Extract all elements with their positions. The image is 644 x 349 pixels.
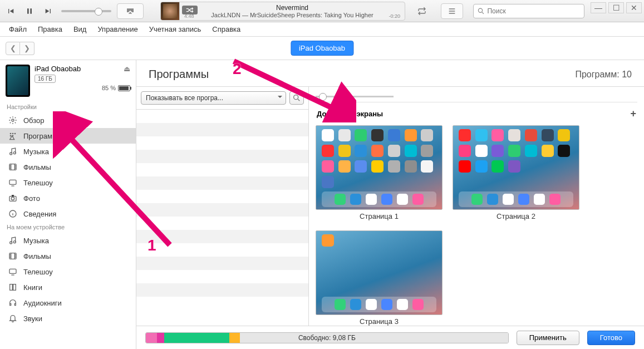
app-row	[136, 176, 308, 190]
screen-label: Страница 2	[453, 212, 579, 220]
menu-view[interactable]: Вид	[69, 24, 91, 35]
eject-button[interactable]: ⏏	[124, 65, 130, 73]
volume-slider[interactable]	[61, 10, 111, 12]
svg-point-2	[10, 133, 12, 135]
sidebar-item-телешоу[interactable]: Телешоу	[0, 175, 136, 190]
app-icon	[459, 160, 471, 173]
app-icon	[525, 145, 537, 157]
zoom-slider[interactable]	[316, 96, 394, 97]
search-icon	[292, 94, 301, 102]
home-screen-1[interactable]: Страница 1	[316, 125, 443, 220]
dock-app-icon	[366, 299, 377, 310]
dock-app-icon	[366, 194, 377, 205]
track-title: Nevermind	[180, 4, 405, 12]
menu-help[interactable]: Справка	[208, 24, 245, 35]
sidebar-item-фото[interactable]: Фото	[0, 190, 136, 206]
nav-forward[interactable]: ❯	[20, 42, 35, 55]
player-bar: Nevermind JackLNDN — MrSuicideSheep Pres…	[0, 0, 644, 22]
next-button[interactable]	[41, 4, 56, 18]
dock-app-icon	[471, 194, 483, 205]
apps-search-button[interactable]	[289, 91, 304, 105]
svg-point-7	[10, 153, 12, 155]
apply-button[interactable]: Применить	[517, 331, 579, 345]
tv-icon	[8, 178, 18, 188]
note-icon	[8, 235, 18, 245]
home-screen-2[interactable]: Страница 2	[453, 125, 579, 220]
sidebar-item-фильмы[interactable]: Фильмы	[0, 248, 136, 264]
sidebar-item-музыка[interactable]: Музыка	[0, 144, 136, 159]
content-area: Программы Программ: 10 Показывать все пр…	[136, 60, 644, 349]
note-icon	[8, 146, 18, 156]
done-button[interactable]: Готово	[587, 331, 635, 345]
app-icon	[525, 129, 537, 141]
list-view-button[interactable]	[441, 3, 463, 19]
battery-percent: 85 %	[102, 85, 116, 91]
sidebar-item-книги[interactable]: Книги	[0, 279, 136, 295]
close-button[interactable]: ✕	[626, 2, 642, 13]
search-input[interactable]	[487, 7, 581, 15]
capacity-badge: 16 ГБ	[35, 75, 56, 83]
pause-button[interactable]	[21, 4, 38, 18]
home-screen-3[interactable]: Страница 3	[316, 230, 443, 326]
sidebar-item-label: Телешоу	[23, 268, 53, 276]
sidebar-item-программы[interactable]: Программы	[0, 128, 136, 144]
app-icon	[338, 129, 351, 141]
menu-controls[interactable]: Управление	[93, 24, 142, 35]
app-icon	[491, 160, 504, 173]
app-row	[136, 203, 308, 217]
app-icon	[421, 145, 433, 157]
app-row	[136, 230, 308, 243]
sidebar-item-аудиокниги[interactable]: Аудиокниги	[0, 295, 136, 311]
app-icon	[322, 176, 334, 188]
transport-controls	[3, 4, 56, 18]
app-icon	[475, 129, 488, 141]
app-row	[136, 257, 308, 270]
app-icon	[475, 160, 488, 173]
minimize-button[interactable]: —	[591, 2, 606, 13]
prev-button[interactable]	[3, 4, 18, 18]
menu-file[interactable]: Файл	[4, 24, 31, 35]
menu-account[interactable]: Учетная запись	[145, 24, 206, 35]
dock-app-icon	[397, 299, 408, 310]
app-row	[136, 123, 308, 136]
dock-app-icon	[503, 194, 514, 205]
sidebar-item-label: Звуки	[23, 314, 42, 323]
airplay-button[interactable]	[117, 3, 144, 19]
app-row	[136, 217, 308, 230]
search-box[interactable]	[473, 4, 584, 18]
app-icon	[508, 129, 520, 141]
repeat-button[interactable]	[414, 3, 430, 19]
apps-column: Показывать все програ...	[136, 87, 309, 326]
dock-app-icon	[350, 194, 361, 205]
device-tab[interactable]: iPad Obaobab	[291, 41, 353, 56]
sidebar-item-телешоу[interactable]: Телешоу	[0, 264, 136, 279]
sidebar-item-звуки[interactable]: Звуки	[0, 311, 136, 326]
maximize-button[interactable]: ☐	[608, 2, 624, 13]
app-icon	[421, 129, 433, 141]
dock-app-icon	[381, 194, 392, 205]
sidebar-item-обзор[interactable]: Обзор	[0, 112, 136, 128]
sidebar-item-сведения[interactable]: Сведения	[0, 206, 136, 222]
dock-app-icon	[335, 194, 346, 205]
dock-app-icon	[487, 194, 498, 205]
svg-point-8	[13, 152, 16, 154]
app-icon	[405, 145, 417, 157]
menu-edit[interactable]: Правка	[33, 24, 67, 35]
pause-icon	[25, 7, 34, 16]
app-icon	[371, 129, 384, 141]
sidebar-item-фильмы[interactable]: Фильмы	[0, 159, 136, 175]
app-icon	[558, 145, 570, 157]
svg-rect-10	[9, 180, 16, 184]
battery-icon	[118, 85, 130, 91]
sidebar-item-музыка[interactable]: Музыка	[0, 233, 136, 248]
svg-rect-17	[9, 269, 16, 273]
content-title: Программы	[149, 68, 209, 81]
device-name: iPad Obaobab	[35, 65, 81, 73]
nav-back[interactable]: ❮	[6, 42, 20, 55]
app-list[interactable]	[136, 110, 308, 326]
apps-filter-dropdown[interactable]: Показывать все програ...	[141, 91, 286, 105]
remaining-time: -0:20	[389, 13, 400, 19]
film-icon	[8, 251, 18, 261]
add-screen-button[interactable]: +	[630, 108, 636, 120]
track-subtitle: JackLNDN — MrSuicideSheep Presents: Taki…	[180, 12, 405, 18]
